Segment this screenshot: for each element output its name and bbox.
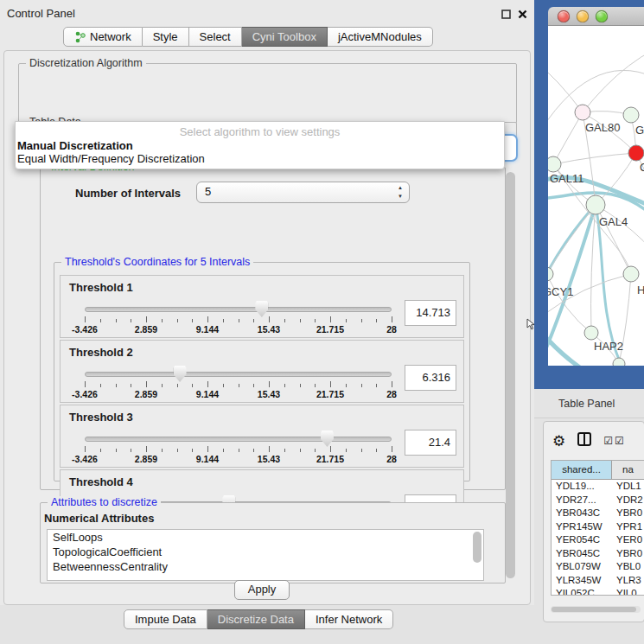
table-row[interactable]: YBL079WYBL0: [552, 560, 644, 574]
checkbox-icon[interactable]: ☑: [615, 435, 624, 447]
network-node[interactable]: [548, 156, 561, 172]
tick-mark: [392, 446, 392, 452]
network-edge[interactable]: [553, 112, 583, 164]
network-node[interactable]: [584, 326, 598, 340]
interval-definition-group: Interval Definition Number of Intervals …: [40, 167, 506, 490]
column-header[interactable]: na: [612, 461, 644, 479]
tab-select[interactable]: Select: [189, 27, 242, 47]
zoom-traffic-light[interactable]: [596, 10, 608, 22]
node-table[interactable]: shared...na YDL19...YDL1YDR27...YDR2YBR0…: [551, 460, 644, 596]
network-node[interactable]: [628, 145, 644, 161]
panel-scrollbar[interactable]: [506, 172, 515, 578]
tick-mark: [177, 449, 178, 452]
slider-track[interactable]: [85, 307, 392, 312]
threshold-sliders: Threshold 1-3.4262.8599.14415.4321.71528…: [60, 275, 464, 534]
threshold-value-field[interactable]: 14.713: [405, 300, 456, 326]
tick-mark: [162, 319, 163, 322]
table-row[interactable]: YPR145WYPR1: [552, 520, 644, 534]
column-header[interactable]: shared...: [552, 461, 612, 479]
close-icon[interactable]: [518, 7, 527, 22]
threshold-value-field[interactable]: 6.316: [405, 365, 456, 391]
close-traffic-light[interactable]: [558, 10, 570, 22]
tick-mark: [116, 449, 117, 452]
threshold-value-field[interactable]: 21.4: [405, 430, 456, 456]
apply-button[interactable]: Apply: [234, 580, 290, 600]
network-node[interactable]: [548, 267, 553, 281]
tick-mark: [131, 384, 131, 387]
network-edge[interactable]: [591, 205, 596, 333]
slider-thumb[interactable]: [321, 430, 334, 447]
tick-mark: [330, 316, 331, 322]
tick-mark: [284, 384, 285, 387]
tick-mark: [85, 316, 86, 322]
tick-mark: [162, 384, 163, 387]
table-row[interactable]: YIL052CYIL0: [552, 587, 644, 596]
table-cell: YDL19...: [552, 480, 612, 494]
tick-mark: [361, 319, 362, 322]
network-node[interactable]: [613, 358, 625, 366]
tab-cyni-toolbox[interactable]: Cyni Toolbox: [242, 27, 328, 47]
tab-network[interactable]: Network: [63, 27, 143, 47]
checkbox-icon[interactable]: ☑: [603, 435, 613, 447]
numerical-attributes-list[interactable]: SelfLoopsTopologicalCoefficientBetweenne…: [47, 529, 484, 581]
tab-discretize-data[interactable]: Discretize Data: [207, 609, 305, 629]
split-columns-icon[interactable]: [577, 432, 591, 450]
tick-mark: [253, 449, 254, 452]
table-row[interactable]: YLR345WYLR3: [552, 574, 644, 588]
tick-label: 21.715: [316, 454, 344, 464]
tab-impute-data[interactable]: Impute Data: [124, 609, 207, 629]
table-panel-header: Table Panel: [534, 389, 644, 418]
cyni-bottom-tabs: Impute DataDiscretize DataInfer Network: [124, 609, 393, 629]
table-cell: YBL0: [612, 560, 644, 574]
number-of-intervals-combobox[interactable]: 5 ▲▼: [196, 182, 410, 203]
network-node[interactable]: [623, 266, 639, 282]
list-item[interactable]: BetweennessCentrality: [48, 559, 483, 574]
float-window-icon[interactable]: [501, 7, 511, 22]
network-node[interactable]: [586, 195, 605, 214]
table-header-row: shared...na: [552, 461, 644, 480]
tab-label: Impute Data: [135, 613, 196, 626]
tick-mark: [346, 384, 347, 387]
tab-label: Style: [153, 30, 178, 43]
network-edge-highlighted[interactable]: [548, 205, 596, 274]
list-item[interactable]: SelfLoops: [48, 530, 483, 545]
dropdown-option[interactable]: Equal Width/Frequency Discretization: [16, 152, 504, 165]
tick-label: 28: [386, 454, 397, 464]
network-node[interactable]: [623, 107, 639, 123]
table-row[interactable]: YDR27...YDR2: [552, 494, 644, 507]
dropdown-option[interactable]: Manual Discretization: [16, 139, 504, 152]
slider-thumb[interactable]: [255, 301, 268, 317]
slider-ticks: [85, 446, 392, 453]
tick-mark: [376, 384, 377, 387]
table-row[interactable]: YBR045CYBR0: [552, 547, 644, 561]
node-label: GAL11: [550, 172, 584, 185]
gear-icon[interactable]: ⚙: [552, 434, 565, 449]
slider-thumb[interactable]: [174, 366, 187, 382]
network-edge[interactable]: [553, 153, 636, 164]
table-toolbar: ⚙ ☑ ☑: [552, 432, 624, 450]
tick-label: 2.859: [135, 324, 157, 335]
slider-tick-labels: -3.4262.8599.14415.4321.71528: [85, 389, 392, 399]
network-edge[interactable]: [548, 205, 596, 274]
dropdown-hint: Select algorithm to view settings: [16, 122, 504, 139]
minimize-traffic-light[interactable]: [577, 10, 589, 22]
table-horizontal-scrollbar[interactable]: [551, 606, 641, 613]
slider-track[interactable]: [85, 372, 392, 377]
table-row[interactable]: YBR043CYBR0: [552, 507, 644, 520]
table-cell: YBR043C: [552, 507, 612, 520]
tab-label: jActiveMNodules: [338, 30, 422, 43]
slider-track[interactable]: [85, 437, 392, 442]
list-item[interactable]: TopologicalCoefficient: [48, 545, 483, 559]
network-edge-highlighted[interactable]: [548, 330, 586, 366]
table-panel-title: Table Panel: [558, 398, 615, 410]
table-row[interactable]: YDL19...YDL1: [552, 480, 644, 494]
tab-jactivemnodules[interactable]: jActiveMNodules: [328, 27, 433, 47]
tab-infer-network[interactable]: Infer Network: [305, 609, 393, 629]
network-canvas[interactable]: GAL80GACGAL11GAL4GCY1HHAP2: [548, 26, 644, 366]
network-node[interactable]: [575, 105, 590, 120]
tick-mark: [253, 384, 254, 387]
list-scrollbar[interactable]: [473, 532, 481, 563]
network-edge[interactable]: [583, 40, 644, 112]
tab-style[interactable]: Style: [143, 27, 189, 47]
table-row[interactable]: YER054CYER0: [552, 533, 644, 547]
